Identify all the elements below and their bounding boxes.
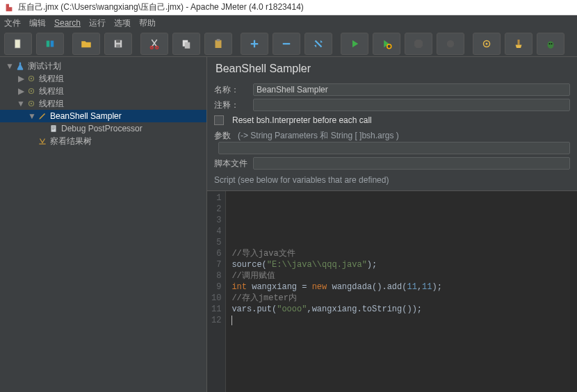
toggle-button[interactable]	[304, 33, 332, 55]
code-lines[interactable]: //导入java文件source("E:\\java\\qqq.java");/…	[226, 191, 577, 392]
tree-threadgroup-1[interactable]: ▶线程组	[0, 72, 206, 85]
svg-point-13	[447, 40, 455, 47]
thread-icon	[26, 99, 36, 108]
doc-icon	[49, 124, 58, 133]
name-input[interactable]	[253, 83, 570, 96]
svg-point-6	[150, 46, 153, 49]
templates-button[interactable]	[36, 33, 64, 55]
tree-beanshell-sampler[interactable]: ▼BeanShell Sampler	[0, 110, 206, 122]
tree-toggle-icon[interactable]: ▶	[17, 86, 25, 96]
reset-interpreter-checkbox[interactable]	[214, 115, 224, 125]
svg-point-15	[486, 42, 488, 44]
tree-view-results[interactable]: 察看结果树	[0, 135, 206, 147]
shutdown-button[interactable]	[437, 33, 464, 55]
menu-run[interactable]: 运行	[89, 17, 106, 29]
clear-button[interactable]	[473, 33, 501, 55]
svg-point-17	[548, 41, 554, 49]
test-plan-tree[interactable]: ▼测试计划▶线程组▶线程组▼线程组▼BeanShell SamplerDebug…	[0, 57, 207, 392]
menu-help[interactable]: 帮助	[139, 17, 156, 29]
copy-button[interactable]	[172, 33, 200, 55]
start-no-timers-button[interactable]	[373, 33, 400, 55]
menu-options[interactable]: 选项	[114, 17, 131, 29]
menu-file[interactable]: 文件	[4, 17, 21, 29]
svg-rect-1	[47, 40, 50, 47]
svg-rect-27	[52, 126, 56, 127]
params-label: 参数	[214, 130, 234, 142]
tree-label: 线程组	[39, 73, 64, 85]
tree-debug-postprocessor[interactable]: Debug PostProcessor	[0, 122, 206, 135]
menu-edit[interactable]: 编辑	[29, 17, 46, 29]
tree-toggle-icon[interactable]: ▼	[17, 99, 25, 108]
app-icon	[4, 3, 14, 13]
menubar: 文件 编辑 Search 运行 选项 帮助	[0, 15, 577, 31]
window-title: 压自己.jmx (C:\Users\wangxiang\压自己.jmx) - A…	[18, 1, 304, 13]
stop-button[interactable]	[405, 33, 432, 55]
tree-testplan[interactable]: ▼测试计划	[0, 60, 206, 72]
cut-button[interactable]	[140, 33, 168, 55]
svg-rect-28	[52, 128, 56, 129]
beanshell-editor-panel: BeanShell Sampler 名称： 注释： Reset bsh.Inte…	[207, 57, 577, 392]
tree-label: 察看结果树	[50, 136, 92, 147]
reset-interpreter-label: Reset bsh.Interpreter before each call	[232, 115, 372, 125]
script-editor[interactable]: 123456789101112 //导入java文件source("E:\\ja…	[207, 190, 577, 392]
thread-icon	[26, 86, 36, 96]
svg-point-19	[551, 43, 553, 44]
tree-toggle-icon[interactable]: ▼	[28, 111, 36, 121]
window-titlebar: 压自己.jmx (C:\Users\wangxiang\压自己.jmx) - A…	[0, 0, 577, 15]
tree-toggle-icon[interactable]: ▼	[6, 61, 14, 71]
svg-rect-29	[52, 129, 55, 130]
tree-label: Debug PostProcessor	[61, 124, 143, 133]
svg-rect-11	[217, 39, 220, 41]
collapse-button[interactable]	[273, 33, 300, 55]
tree-label: 测试计划	[28, 60, 61, 72]
tree-toggle-icon[interactable]: ▶	[17, 74, 25, 83]
script-section-label: Script (see below for variables that are…	[207, 171, 577, 188]
svg-point-18	[549, 43, 551, 44]
line-gutter: 123456789101112	[207, 191, 226, 392]
svg-rect-9	[185, 42, 190, 48]
svg-rect-5	[116, 44, 120, 47]
svg-rect-26	[51, 125, 56, 131]
save-button[interactable]	[104, 33, 132, 55]
pen-icon	[38, 111, 47, 121]
new-file-button[interactable]	[4, 33, 32, 55]
svg-rect-0	[15, 40, 21, 48]
svg-point-23	[31, 90, 32, 92]
tree-label: 线程组	[39, 85, 64, 97]
eye-icon	[38, 136, 47, 146]
comment-label: 注释：	[214, 99, 249, 111]
tree-threadgroup-3[interactable]: ▼线程组	[0, 97, 206, 110]
thread-icon	[26, 74, 36, 83]
main-area: ▼测试计划▶线程组▶线程组▼线程组▼BeanShell SamplerDebug…	[0, 57, 577, 392]
open-button[interactable]	[72, 33, 100, 55]
expand-button[interactable]	[241, 33, 268, 55]
svg-rect-4	[116, 40, 120, 42]
svg-point-21	[31, 78, 32, 79]
scriptfile-label: 脚本文件	[214, 158, 249, 170]
params-hint: (-> String Parameters 和 String [ ]bsh.ar…	[238, 130, 399, 142]
tree-label: BeanShell Sampler	[50, 111, 122, 121]
svg-rect-10	[216, 40, 222, 47]
tree-threadgroup-2[interactable]: ▶线程组	[0, 85, 206, 97]
name-label: 名称：	[214, 84, 249, 96]
toolbar	[0, 31, 577, 57]
start-button[interactable]	[341, 33, 368, 55]
svg-point-12	[387, 44, 391, 48]
flask-icon	[15, 61, 25, 71]
scriptfile-input[interactable]	[253, 157, 570, 170]
tree-label: 线程组	[39, 98, 64, 110]
comment-input[interactable]	[253, 99, 570, 111]
svg-point-7	[156, 46, 159, 49]
clear-all-button[interactable]	[505, 33, 533, 55]
svg-rect-2	[51, 40, 54, 47]
function-helper-button[interactable]	[537, 33, 564, 55]
paste-button[interactable]	[204, 33, 232, 55]
params-input[interactable]	[218, 142, 570, 154]
svg-point-25	[31, 103, 32, 104]
svg-rect-16	[518, 40, 520, 45]
panel-title: BeanShell Sampler	[207, 57, 577, 82]
menu-search[interactable]: Search	[54, 18, 81, 28]
